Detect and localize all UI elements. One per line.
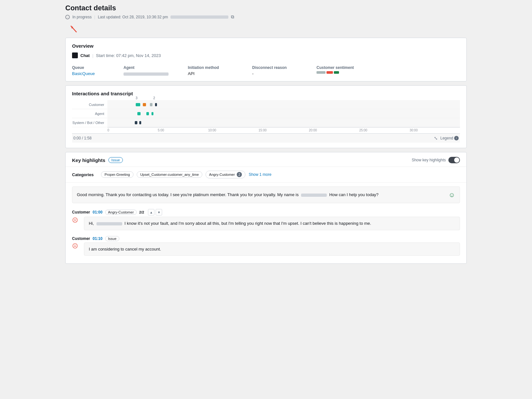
copy-icon[interactable]: ⧉ xyxy=(231,14,234,20)
issue-tag: Issue xyxy=(108,157,123,163)
angry-row-1: ☹ Hi, I know it's not your fault, and I'… xyxy=(72,217,460,230)
status-divider: | xyxy=(94,15,95,19)
axis-label-0: 0 xyxy=(107,128,158,132)
category-tag-0: Proper-Greeting xyxy=(101,171,133,178)
axis-label-5: 5:00 xyxy=(158,128,208,132)
axis-label-25: 25:00 xyxy=(359,128,410,132)
initiation-col: Initiation method API xyxy=(188,65,252,76)
show-highlights-toggle[interactable] xyxy=(448,157,460,163)
share-icon[interactable]: ⤡ xyxy=(434,136,438,141)
initiation-value: API xyxy=(188,71,252,76)
timeline-label-customer: Customer xyxy=(72,103,107,107)
red-arrow-icon xyxy=(68,24,79,35)
message-block-agent-1: Good morning. Thank you for contacting u… xyxy=(72,186,460,203)
toggle-knob xyxy=(454,157,459,163)
nav-arrow-up[interactable]: ▲ xyxy=(148,209,154,215)
show-key-highlights-label: Show key highlights xyxy=(412,158,446,162)
angry-row-2: ☹ I am considering to cancel my account. xyxy=(72,242,460,256)
meta-time-customer-1: 01:00 xyxy=(93,210,103,214)
timeline-row-customer: Customer 3 2 xyxy=(72,100,460,109)
annotation-arrow xyxy=(68,24,467,36)
queue-label: Queue xyxy=(72,65,124,70)
timeline-label-system: System / Bot / Other xyxy=(72,121,107,125)
overview-title: Overview xyxy=(72,43,460,49)
angry-sentiment-icon-1: ☹ xyxy=(72,217,78,224)
agent-value xyxy=(124,71,188,76)
overview-card: Overview Chat | Start time: 07:42 pm, No… xyxy=(65,38,467,81)
meta-tag-issue: Issue xyxy=(105,236,119,241)
seg-customer-4 xyxy=(155,103,157,106)
nav-arrow-down[interactable]: ▼ xyxy=(156,209,162,215)
chat-icon xyxy=(72,52,78,58)
customer-message-2: I am considering to cancel my account. xyxy=(84,242,460,256)
contact-id-blur xyxy=(170,15,228,19)
show-more-link[interactable]: Show 1 more xyxy=(249,172,271,177)
sentiment-seg-negative xyxy=(326,71,333,74)
seg-customer-3 xyxy=(150,103,152,106)
overview-grid: Queue BasicQueue Agent Initiation method… xyxy=(72,65,460,76)
chat-row: Chat | Start time: 07:42 pm, Nov 14, 202… xyxy=(72,52,460,61)
seg-sys-1 xyxy=(135,121,137,124)
agent-message-1: Good morning. Thank you for contacting u… xyxy=(72,186,460,203)
customer-name-blur xyxy=(96,222,122,225)
seg-sys-2 xyxy=(139,121,141,124)
timeline-container: Customer 3 2 Agent xyxy=(72,100,460,143)
categories-label: Categories xyxy=(72,172,98,177)
sentiment-col: Customer sentiment xyxy=(316,65,394,76)
last-updated: Last updated: Oct 28, 2019, 10:36:32 pm xyxy=(98,15,168,19)
axis-label-15: 15:00 xyxy=(259,128,309,132)
sentiment-seg-positive xyxy=(334,71,339,74)
category-tag-2: Angry-Customer 2 xyxy=(206,171,245,178)
interactions-title: Interactions and transcript xyxy=(72,91,460,96)
count-badge: 2/2 xyxy=(139,210,144,214)
seg-customer-2 xyxy=(143,103,146,106)
meta-row-customer-2: Customer 01:10 Issue xyxy=(72,234,460,242)
meta-row-customer-1: Customer 01:00 Angry-Customer 2/2 ▲ ▼ xyxy=(72,207,460,217)
in-progress-icon: − xyxy=(65,15,70,19)
status-bar: − In progress | Last updated: Oct 28, 20… xyxy=(65,14,467,20)
agent-name-blur xyxy=(124,72,169,76)
timeline-track-system xyxy=(107,118,460,127)
interactions-card: Interactions and transcript Customer 3 2 xyxy=(65,85,467,148)
timeline-track-agent xyxy=(107,109,460,118)
playback-time: 0:00 / 1:58 xyxy=(73,136,92,140)
customer-message-1: Hi, I know it's not your fault, and I'm … xyxy=(84,217,460,230)
highlights-right: Show key highlights xyxy=(412,157,460,163)
meta-tag-angry: Angry-Customer xyxy=(105,210,137,215)
disconnect-value: - xyxy=(252,71,316,76)
start-time: Start time: 07:42 pm, Nov 14, 2023 xyxy=(96,53,161,58)
positive-sentiment-icon: ☺ xyxy=(449,190,455,200)
seg-agent-2 xyxy=(146,112,149,115)
queue-value[interactable]: BasicQueue xyxy=(72,71,95,76)
status-label: In progress xyxy=(72,15,92,19)
marker-3: 3 xyxy=(136,96,138,100)
agent-name-blur-message xyxy=(301,194,327,197)
categories-row: Categories Proper-Greeting Upset_Custome… xyxy=(66,167,466,183)
axis-label-20: 20:00 xyxy=(309,128,359,132)
category-tag-2-count: 2 xyxy=(237,172,242,177)
sentiment-seg-neutral xyxy=(316,71,326,74)
chat-label: Chat xyxy=(80,53,90,58)
category-tag-1: Upset_Customer-customer_any_time xyxy=(137,171,202,178)
legend-label: Legend xyxy=(440,136,453,140)
initiation-label: Initiation method xyxy=(188,65,252,70)
marker-2: 2 xyxy=(153,96,155,100)
agent-col: Agent xyxy=(124,65,188,76)
playback-right: ⤡ Legend i xyxy=(434,136,459,141)
disconnect-col: Disconnect reason - xyxy=(252,65,316,76)
info-icon: i xyxy=(454,136,459,140)
sentiment-bar xyxy=(316,71,394,74)
transcript-area: Good morning. Thank you for contacting u… xyxy=(66,183,466,263)
legend-button[interactable]: Legend i xyxy=(440,136,459,140)
agent-message-1-text: Good morning. Thank you for contacting u… xyxy=(77,192,445,198)
message-block-customer-2: ☹ I am considering to cancel my account. xyxy=(72,242,460,256)
angry-sentiment-icon-2: ☹ xyxy=(72,242,78,250)
page-container: Contact details − In progress | Last upd… xyxy=(60,0,472,271)
highlights-title: Key highlights xyxy=(72,157,105,163)
axis-label-10: 10:00 xyxy=(208,128,259,132)
disconnect-label: Disconnect reason xyxy=(252,65,316,70)
timeline-axis: 0 5:00 10:00 15:00 20:00 25:00 30:00 xyxy=(107,127,460,132)
timeline-track-customer: 3 2 xyxy=(107,100,460,109)
message-block-customer-1: ☹ Hi, I know it's not your fault, and I'… xyxy=(72,217,460,230)
seg-agent-1 xyxy=(137,112,141,115)
